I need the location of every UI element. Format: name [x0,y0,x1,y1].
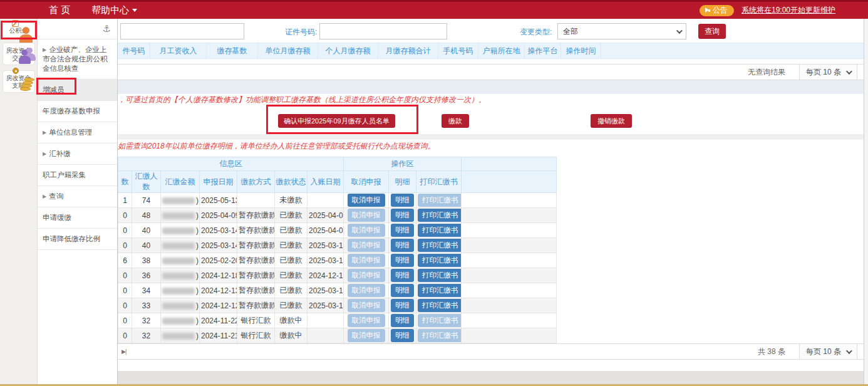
scroll-end-icon[interactable]: ▶| [121,348,126,355]
cell-declare-date: 2025-03-14 [200,238,237,253]
detail-button[interactable]: 明细 [391,209,414,222]
cell-print: 打印汇缴书 [416,253,462,268]
cell-pay-status: 已缴款 [275,283,307,298]
cell-amount: ) [161,283,200,298]
menu-item-label: 单位信息管理 [49,128,92,136]
group-header-operation: 操作区 [344,157,462,171]
remit-column-header: 缴款状态 [275,171,307,193]
anchor-icon[interactable]: ⚓ [103,23,111,34]
remit-column-header: 数 [118,171,132,193]
cell-cancel-declare: 取消申报 [344,238,389,253]
cell-filler [462,298,557,313]
cancel-pay-button[interactable]: 撤销缴款 [591,114,632,128]
query-button[interactable]: 查询 [698,24,726,39]
cell-detail: 明细 [389,313,416,328]
vertical-scrollbar[interactable] [864,19,868,384]
cell-declare-date: 2025-03-14 [200,223,237,238]
cell-pay-status: 已缴款 [275,208,307,223]
pay-button[interactable]: 缴款 [442,114,469,128]
personnel-column-header: 操作时间 [561,43,601,58]
cell-cancel-declare: 取消申报 [344,223,389,238]
detail-button[interactable]: 明细 [391,254,414,267]
remit-table-row: 048)2025-04-09暂存款缴款已缴款2025-04-09取消申报明细打印… [118,208,557,223]
menu-item-unit-info-manage[interactable]: ▶单位信息管理 [38,122,117,143]
personnel-table-header: 件号码月工资收入缴存基数单位月缴存额个人月缴存额月缴存额合计手机号码户籍所在地操… [118,43,864,59]
remit-column-header: 汇缴人数 [132,171,161,193]
print-remit-book-button: 打印汇缴书 [418,194,462,207]
cancel-declare-button: 取消申报 [348,254,385,267]
detail-button[interactable]: 明细 [391,224,414,237]
sidebar-item-gongjijin[interactable]: 公积金 [3,23,35,38]
menu-item-remit-supplement[interactable]: ▶汇补缴 [38,143,117,165]
sidebar-item-fanggai-zhiqu[interactable]: 房改资金支取 [3,70,35,93]
print-remit-book-button[interactable]: 打印汇缴书 [418,284,462,297]
group-header-filler [462,157,557,171]
cell-count: 0 [118,283,132,298]
cell-count: 0 [118,208,132,223]
cell-declare-date: 2024-12-13 [200,283,237,298]
print-remit-book-button[interactable]: 打印汇缴书 [418,239,462,252]
page-size-value: 每页 10 条 [806,67,841,78]
menu-item-apply-deferral[interactable]: 申请缓缴 [38,207,117,229]
redacted-amount [162,333,195,340]
print-remit-book-button[interactable]: 打印汇缴书 [418,224,462,237]
sidebar-item-fanggai-jiaocun[interactable]: 房改资金交存 [3,43,35,65]
cell-count: 6 [118,253,132,268]
cancel-declare-button[interactable]: 取消申报 [348,194,385,207]
redacted-amount [162,318,195,325]
cell-entry-date: 2025-03-14 [307,283,344,298]
remit-table-row: 032)2024-11-22银行汇款缴款中取消申报明细打印汇缴书 [118,313,557,328]
confirm-declare-wrapper: 确认申报2025年09月缴存人员名单 [272,114,401,128]
detail-button[interactable]: 明细 [391,314,414,327]
cell-entry-date: 2025-04-09 [307,208,344,223]
menu-item-label: 查询 [49,192,63,200]
cell-cancel-declare: 取消申报 [344,298,389,313]
cancel-declare-button: 取消申报 [348,284,385,297]
confirm-declare-button[interactable]: 确认申报2025年09月缴存人员名单 [278,114,395,128]
menu-item-query[interactable]: ▶查询 [38,186,117,207]
redacted-amount [162,273,195,279]
announcement-badge: 公告 [700,5,734,16]
cell-pay-status: 已缴款 [275,223,307,238]
menu-item-annual-base-declare[interactable]: 年度缴存基数申报 [38,101,117,122]
cell-filler [462,313,557,328]
change-type-select[interactable]: 全部 [557,23,686,39]
nav-home[interactable]: 首 页 [49,4,70,16]
menu-item-info-check[interactable]: ▶企业破产、企业上市合法合规住房公积金信息核查 [38,39,117,80]
cell-amount: ) [161,298,200,313]
cell-people-count: 40 [132,223,161,238]
detail-button[interactable]: 明细 [391,329,414,342]
print-remit-book-button[interactable]: 打印汇缴书 [418,209,462,222]
cancel-declare-button: 取消申报 [348,209,385,222]
id-number-input[interactable] [319,23,447,39]
cell-filler [462,328,557,343]
cell-detail: 明细 [389,238,416,253]
content-bottom-area [118,371,864,384]
print-remit-book-button[interactable]: 打印汇缴书 [418,254,462,267]
pagination-area: 共 38 条 每页 10 条 [758,344,857,359]
detail-button[interactable]: 明细 [391,269,414,282]
detail-button[interactable]: 明细 [391,284,414,297]
name-input[interactable] [120,23,244,39]
detail-button[interactable]: 明细 [391,239,414,252]
page-size-select[interactable]: 每页 10 条 [799,344,857,359]
cell-detail: 明细 [389,298,416,313]
page-size-select[interactable]: 每页 10 条 [799,65,857,80]
maintenance-notice-link[interactable]: 系统将在19:00开始更新维护 [741,5,835,16]
redacted-amount [162,243,195,249]
nav-help-center[interactable]: 帮助中心 [91,4,137,16]
menu-item-add-remove-employee[interactable]: 增减员 [38,80,117,101]
cancel-declare-wrapper: 取消申报 [348,194,385,207]
detail-button[interactable]: 明细 [391,299,414,312]
print-remit-book-button[interactable]: 打印汇缴书 [418,269,462,282]
announcement-area: 公告 系统将在19:00开始更新维护 [700,2,835,19]
cell-filler [462,283,557,298]
print-remit-book-button[interactable]: 打印汇缴书 [418,299,462,312]
id-number-label: 证件号码: [285,27,317,38]
menu-item-apply-lower-ratio[interactable]: 申请降低缴存比例 [38,229,117,250]
redacted-amount [162,303,195,310]
detail-button[interactable]: 明细 [391,194,414,207]
top-navigation-bar: 首 页 帮助中心 公告 系统将在19:00开始更新维护 [0,0,868,19]
menu-item-employee-census[interactable]: 职工户籍采集 [38,165,117,186]
nav-help-label: 帮助中心 [91,4,129,16]
